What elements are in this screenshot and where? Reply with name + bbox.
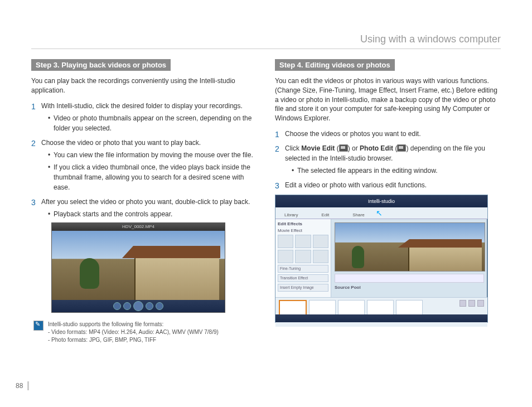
- sub-bullet: If you click a video thumbnail once, the…: [48, 162, 257, 192]
- editor-titlebar: Intelli-studio: [275, 195, 487, 207]
- rewind-icon[interactable]: [123, 302, 131, 310]
- step4-intro: You can edit the videos or photos in var…: [275, 76, 501, 123]
- step-text: Choose the videos or photos you want to …: [285, 130, 421, 138]
- effect-thumb[interactable]: [313, 235, 328, 248]
- step3-item-1: 1 With Intelli-studio, click the desired…: [31, 101, 257, 133]
- scene-tree: [352, 246, 364, 268]
- editor-timeline: [275, 297, 487, 327]
- step4-header: Step 4. Editing videos or photos: [275, 59, 395, 71]
- effect-thumb[interactable]: [278, 235, 293, 248]
- playback-screenshot: HDV_0002.MP4: [51, 222, 257, 313]
- preview-tools: [335, 274, 484, 283]
- step3-intro: You can play back the recordings conveni…: [31, 76, 257, 95]
- step-text: Choose the video or photo that you want …: [41, 139, 201, 147]
- note-icon: [33, 321, 43, 331]
- step-text: Edit a video or photo with various edit …: [285, 181, 427, 189]
- scene-roof: [398, 239, 482, 248]
- step-number: 3: [275, 180, 279, 192]
- prev-icon[interactable]: [113, 302, 121, 310]
- step-text: After you select the video or photo you …: [41, 198, 250, 206]
- tl-tool-icon[interactable]: [468, 300, 475, 307]
- step-text: With Intelli-studio, click the desired f…: [41, 102, 243, 110]
- step-number: 2: [31, 138, 36, 149]
- side-row[interactable]: Insert Empty Image: [278, 284, 328, 292]
- scene-roof: [122, 246, 220, 258]
- sub-bullet: Video or photo thumbnails appear on the …: [48, 113, 257, 133]
- preview-frame: [335, 222, 485, 272]
- step-number: 1: [275, 129, 279, 140]
- effect-thumb[interactable]: [295, 235, 311, 248]
- effect-thumb[interactable]: [278, 250, 293, 263]
- tab-edit[interactable]: Edit: [318, 211, 332, 219]
- player-controls: [52, 300, 225, 312]
- format-note: Intelli-studio supports the following fi…: [33, 321, 257, 344]
- sub-bullet: Playback starts and the controls appear.: [48, 209, 257, 219]
- right-column: Step 4. Editing videos or photos You can…: [275, 59, 501, 344]
- player-view: [52, 231, 225, 300]
- scene-tree: [80, 258, 99, 289]
- step4-item-3: 3 Edit a video or photo with various edi…: [275, 180, 501, 190]
- effect-thumb[interactable]: [295, 250, 311, 263]
- sub-bullet: You can view the file information by mov…: [48, 150, 257, 160]
- forward-icon[interactable]: [146, 302, 153, 310]
- play-icon[interactable]: [133, 301, 143, 311]
- note-line: - Video formats: MP4 (Video: H.264, Audi…: [48, 328, 219, 336]
- player-titlebar: HDV_0002.MP4: [52, 223, 225, 231]
- effect-thumb[interactable]: [313, 250, 328, 263]
- photo-edit-icon: [397, 144, 406, 152]
- tl-tool-icon[interactable]: [477, 300, 484, 307]
- editor-screenshot: Intelli-studio Library Edit Share ↖ Edit…: [275, 195, 488, 323]
- note-line: - Photo formats: JPG, GIF, BMP, PNG, TIF…: [48, 336, 219, 344]
- source-pool-label: Source Pool: [335, 285, 484, 290]
- side-row[interactable]: Transition Effect: [278, 274, 328, 282]
- page-title: Using with a windows computer: [31, 33, 501, 49]
- tab-share[interactable]: Share: [349, 211, 367, 219]
- editor-preview: Source Pool: [331, 219, 487, 297]
- step4-item-2: 2 Click Movie Edit () or Photo Edit () d…: [275, 143, 501, 176]
- next-icon[interactable]: [156, 302, 163, 310]
- scene-house: [134, 258, 219, 300]
- step3-item-3: 3 After you select the video or photo yo…: [31, 197, 257, 313]
- editor-bottombar: [275, 314, 487, 322]
- side-sub: Movie Effect: [278, 228, 328, 233]
- editor-tabs: Library Edit Share ↖: [275, 207, 487, 219]
- side-header: Edit Effects: [278, 221, 328, 226]
- step-number: 2: [275, 143, 279, 155]
- step3-header: Step 3. Playing back videos or photos: [31, 59, 171, 71]
- sub-bullet: The selected file appears in the editing…: [292, 166, 501, 176]
- step4-item-1: 1 Choose the videos or photos you want t…: [275, 129, 501, 139]
- step-number: 3: [31, 197, 36, 209]
- tl-tool-icon[interactable]: [460, 300, 466, 307]
- scene-house: [408, 248, 482, 271]
- left-column: Step 3. Playing back videos or photos Yo…: [31, 59, 257, 344]
- movie-edit-icon: [339, 144, 348, 152]
- step-text: Click Movie Edit () or Photo Edit () dep…: [285, 144, 485, 162]
- editor-sidepanel: Edit Effects Movie Effect Fine-Tuning Tr…: [275, 219, 331, 297]
- tab-library[interactable]: Library: [281, 211, 301, 219]
- step-number: 1: [31, 101, 36, 113]
- cursor-icon: ↖: [376, 209, 383, 217]
- note-line: Intelli-studio supports the following fi…: [48, 321, 219, 328]
- page-number: 88: [16, 381, 29, 390]
- side-row[interactable]: Fine-Tuning: [278, 265, 328, 273]
- step3-item-2: 2 Choose the video or photo that you wan…: [31, 138, 257, 192]
